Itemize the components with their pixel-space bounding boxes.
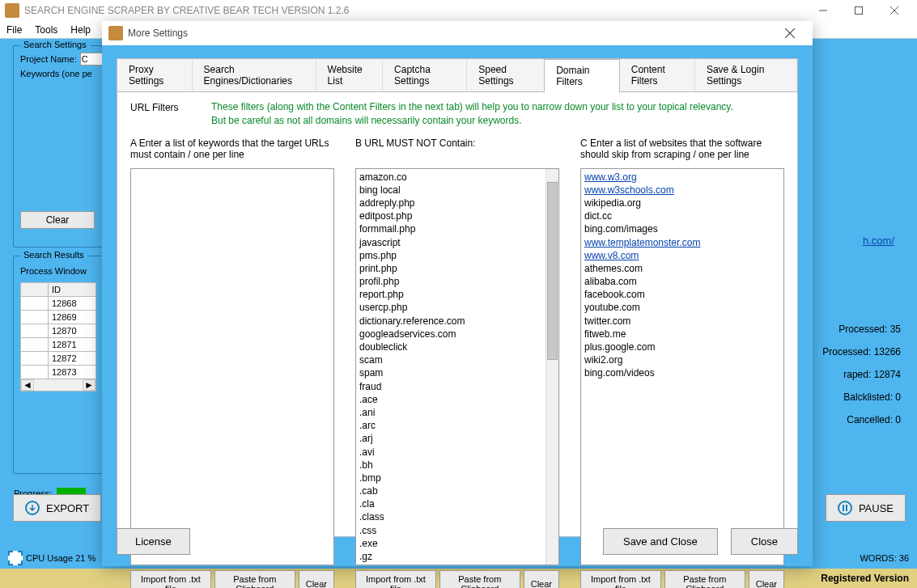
table-row[interactable]: 12870: [21, 324, 96, 338]
main-titlebar: SEARCH ENGINE SCRAPER BY CREATIVE BEAR T…: [0, 0, 917, 21]
close-button[interactable]: [877, 0, 912, 21]
col-b-scrollbar[interactable]: [546, 169, 558, 565]
list-item[interactable]: bing.com/images: [584, 222, 780, 235]
tab-captcha[interactable]: Captcha Settings: [383, 59, 467, 91]
table-row[interactable]: 12872: [21, 352, 96, 366]
pause-button[interactable]: PAUSE: [826, 494, 906, 522]
dialog-close-button[interactable]: [774, 28, 806, 38]
col-b-clear-button[interactable]: Clear: [524, 570, 559, 588]
results-table[interactable]: ID 128681286912870128711287212873: [20, 282, 96, 379]
export-icon: [25, 501, 40, 515]
search-results-group: Search Results Process Window ID 1286812…: [13, 256, 104, 474]
tabs: Proxy Settings Search Engines/Dictionari…: [117, 59, 797, 92]
license-button[interactable]: License: [117, 528, 190, 555]
id-header[interactable]: ID: [49, 283, 96, 297]
process-window-label: Process Window: [20, 266, 96, 276]
list-item[interactable]: www.w3schools.com: [584, 184, 780, 197]
dialog-title: More Settings: [128, 27, 774, 39]
keywords-count: WORDS: 36: [860, 553, 909, 563]
list-item[interactable]: www.w3.org: [584, 171, 780, 184]
menu-file[interactable]: File: [6, 24, 22, 36]
close-dialog-button[interactable]: Close: [731, 528, 798, 555]
clear-button[interactable]: Clear: [20, 211, 95, 229]
column-b: B URL MUST NOT Contain: amazon.co bing l…: [355, 137, 559, 588]
table-row[interactable]: 12868: [21, 297, 96, 311]
list-item[interactable]: twitter.com: [584, 315, 780, 328]
keywords-label: Keywords (one pe: [20, 69, 92, 78]
column-a: A Enter a list of keywords that the targ…: [130, 137, 334, 588]
list-item[interactable]: plus.google.com: [584, 341, 780, 353]
search-results-title: Search Results: [20, 250, 87, 260]
col-a-paste-button[interactable]: Paste from Clipboard: [214, 570, 295, 588]
url-filters-label: URL Filters: [130, 100, 211, 113]
list-item[interactable]: athemes.com: [584, 262, 780, 275]
col-c-import-button[interactable]: Import from .txt file: [580, 570, 661, 588]
right-stats: Processed: 35 Processed: 13266 raped: 12…: [822, 324, 901, 437]
table-row[interactable]: 12869: [21, 311, 96, 324]
col-a-head: A Enter a list of keywords that the targ…: [130, 137, 334, 165]
col-a-list[interactable]: [130, 168, 334, 566]
desc-line-2: But be careful as not all domains will n…: [211, 114, 733, 128]
stat-scraped: raped: 12874: [822, 369, 901, 380]
dialog-app-icon: [108, 26, 123, 40]
list-item[interactable]: facebook.com: [584, 288, 780, 301]
export-button[interactable]: EXPORT: [13, 494, 101, 522]
registered-label: Registered Version: [821, 573, 909, 584]
menu-tools[interactable]: Tools: [35, 24, 57, 36]
list-item[interactable]: youtube.com: [584, 301, 780, 314]
minimize-button[interactable]: [805, 0, 841, 21]
menu-help[interactable]: Help: [70, 24, 91, 36]
col-b-paste-button[interactable]: Paste from Clipboard: [439, 570, 520, 588]
list-item[interactable]: fitweb.me: [584, 328, 780, 341]
col-a-import-button[interactable]: Import from .txt file: [130, 570, 211, 588]
col-c-clear-button[interactable]: Clear: [749, 570, 784, 588]
list-item[interactable]: www.v8.com: [584, 249, 780, 262]
right-link[interactable]: h.com/: [863, 235, 894, 247]
dialog-titlebar: More Settings: [102, 21, 813, 45]
tab-engines[interactable]: Search Engines/Dictionaries: [193, 59, 316, 91]
list-item[interactable]: alibaba.com: [584, 275, 780, 288]
table-row[interactable]: 12871: [21, 338, 96, 352]
search-settings-title: Search Settings: [20, 40, 90, 49]
col-b-head: B URL MUST NOT Contain:: [355, 137, 559, 165]
cpu-icon: [8, 551, 23, 565]
app-icon: [5, 3, 19, 18]
col-a-clear-button[interactable]: Clear: [299, 570, 334, 588]
tab-speed[interactable]: Speed Settings: [467, 59, 545, 91]
svg-rect-5: [846, 505, 847, 511]
pause-icon: [838, 501, 852, 515]
search-settings-group: Search Settings Project Name: Keywords (…: [13, 45, 104, 247]
maximize-button[interactable]: [841, 0, 877, 21]
col-c-head: C Enter a list of websites that the soft…: [580, 137, 784, 165]
column-c: C Enter a list of websites that the soft…: [580, 137, 784, 588]
stat-cancelled: Cancelled: 0: [822, 414, 901, 425]
stat-processed-2: Processed: 13266: [822, 346, 901, 357]
stat-blacklisted: Balcklisted: 0: [822, 391, 901, 403]
project-name-label: Project Name:: [20, 54, 77, 64]
col-c-list[interactable]: www.w3.orgwww.w3schools.comwikipedia.org…: [580, 168, 784, 566]
tab-website[interactable]: Website List: [316, 59, 384, 91]
tab-content[interactable]: Content Filters: [620, 59, 695, 91]
col-c-paste-button[interactable]: Paste from Clipboard: [664, 570, 745, 588]
col-b-import-button[interactable]: Import from .txt file: [355, 570, 436, 588]
cpu-usage: CPU Usage 21 %: [26, 553, 96, 563]
list-item[interactable]: wiki2.org: [584, 353, 780, 366]
desc-line-1: These filters (along with the Content Fi…: [211, 100, 733, 114]
save-close-button[interactable]: Save and Close: [603, 528, 718, 555]
stat-processed-1: Processed: 35: [822, 324, 901, 335]
tab-domain[interactable]: Domain Filters: [544, 59, 620, 93]
table-row[interactable]: 12873: [21, 366, 96, 379]
svg-rect-4: [843, 505, 844, 511]
table-hscroll[interactable]: ◄►: [20, 379, 96, 391]
col-b-list[interactable]: amazon.co bing local addreply.php editpo…: [355, 168, 559, 566]
list-item[interactable]: dict.cc: [584, 209, 780, 222]
list-item[interactable]: www.templatemonster.com: [584, 236, 780, 249]
more-settings-dialog: More Settings Proxy Settings Search Engi…: [102, 21, 813, 566]
window-title: SEARCH ENGINE SCRAPER BY CREATIVE BEAR T…: [24, 5, 805, 16]
tab-proxy[interactable]: Proxy Settings: [117, 59, 193, 91]
list-item[interactable]: wikipedia.org: [584, 197, 780, 209]
list-item[interactable]: bing.com/videos: [584, 366, 780, 379]
svg-rect-1: [855, 7, 863, 15]
tab-save[interactable]: Save & Login Settings: [695, 59, 797, 91]
